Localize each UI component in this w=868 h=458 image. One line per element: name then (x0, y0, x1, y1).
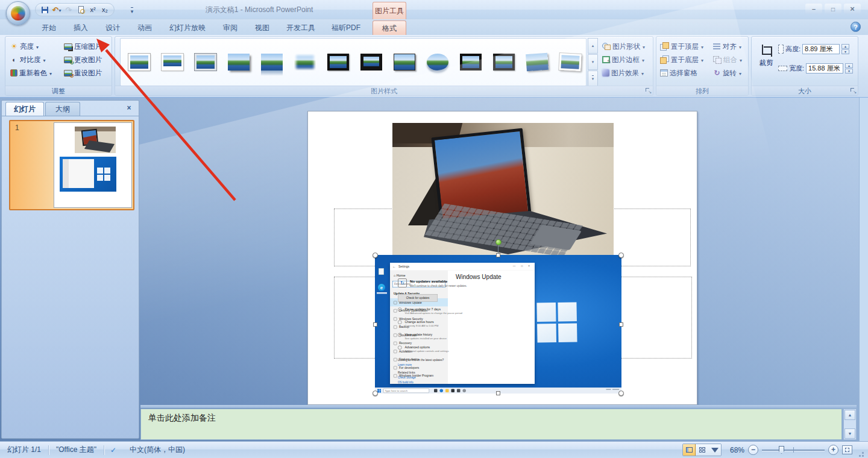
close-icon[interactable]: × (124, 104, 134, 113)
notes-scroll-down-button[interactable]: ▼ (844, 428, 855, 439)
settings-window-controls: — □ × (513, 265, 532, 268)
resize-handle-w[interactable] (373, 322, 377, 327)
notes-splitter[interactable] (140, 405, 857, 408)
tab-review[interactable]: 审阅 (215, 20, 245, 35)
picture-style-option[interactable] (354, 40, 388, 84)
resize-handle-nw[interactable] (373, 253, 378, 258)
picture-style-option[interactable] (255, 40, 288, 84)
resize-handle-s[interactable] (496, 391, 500, 395)
slide-thumbnail-selected[interactable]: 1 (9, 120, 134, 210)
rotate-button[interactable]: 旋转 (712, 67, 743, 79)
group-button[interactable]: 组合 (712, 54, 743, 66)
tab-slideshow[interactable]: 幻灯片放映 (162, 20, 213, 35)
tab-foxit-pdf[interactable]: 福昕PDF (324, 20, 368, 35)
zoom-in-button[interactable]: + (828, 445, 838, 455)
tab-insert[interactable]: 插入 (66, 20, 96, 35)
picture-style-option[interactable] (288, 40, 321, 84)
picture-style-option[interactable] (487, 40, 520, 84)
gallery-more-button[interactable] (588, 71, 598, 86)
bring-to-front-button[interactable]: 置于顶层 (659, 40, 705, 52)
resize-handle-e[interactable] (619, 322, 623, 327)
spin-up-icon[interactable] (845, 63, 853, 68)
resize-handle-n[interactable] (496, 253, 500, 257)
tab-animations[interactable]: 动画 (130, 20, 160, 35)
help-button[interactable]: ? (851, 22, 861, 32)
reset-picture-button[interactable]: 重设图片 (63, 67, 103, 79)
tab-outline[interactable]: 大纲 (45, 102, 80, 116)
crop-button[interactable]: 裁剪 (755, 42, 777, 81)
picture-style-option[interactable] (421, 40, 454, 84)
picture-style-option[interactable] (156, 40, 189, 84)
spin-up-icon[interactable] (841, 44, 849, 49)
active-hours-icon (398, 321, 402, 325)
recolor-button[interactable]: 重新着色 (9, 67, 53, 79)
picture-shape-button[interactable]: 图片形状 (601, 40, 646, 52)
tab-format[interactable]: 格式 (373, 20, 406, 35)
spin-down-icon[interactable] (841, 49, 849, 54)
send-to-back-button[interactable]: 置于底层 (659, 54, 705, 66)
dialog-launcher-icon[interactable] (849, 87, 857, 94)
dialog-launcher-icon[interactable] (644, 87, 652, 94)
tab-design[interactable]: 设计 (98, 20, 128, 35)
tab-view[interactable]: 视图 (247, 20, 277, 35)
tab-developer[interactable]: 开发工具 (279, 20, 322, 35)
close-button[interactable] (844, 4, 861, 14)
normal-view-button[interactable] (683, 444, 696, 456)
landscape-thumbnail (394, 54, 415, 70)
zoom-slider-thumb[interactable] (779, 446, 784, 454)
windows-screenshot-image[interactable]: e ← Settings — □ × ⌂ Home Update & Secur… (375, 255, 621, 394)
group-arrange: 置于顶层 置于底层 选择窗格 对齐 组合 旋转 排列 (656, 36, 749, 96)
resize-handle-ne[interactable] (618, 253, 624, 258)
fit-to-window-button[interactable] (842, 445, 852, 454)
spin-down-icon[interactable] (845, 69, 853, 74)
picture-style-option[interactable] (122, 40, 156, 84)
language-indicator[interactable]: 中文(简体，中国) (122, 445, 192, 455)
gallery-scroll-down-button[interactable] (588, 54, 598, 70)
picture-style-option[interactable] (321, 40, 354, 84)
picture-style-option[interactable] (520, 40, 553, 84)
height-field[interactable] (802, 44, 840, 54)
slide-sorter-button[interactable] (696, 444, 708, 456)
picture-style-option[interactable] (222, 40, 255, 84)
picture-border-button[interactable]: 图片边框 (601, 54, 646, 66)
compress-pictures-button[interactable]: 压缩图片 (63, 40, 103, 52)
brightness-button[interactable]: 亮度 (9, 40, 40, 52)
vertical-scrollbar[interactable] (859, 98, 868, 441)
laptop-photo[interactable] (392, 123, 614, 255)
tab-home[interactable]: 开始 (34, 20, 64, 35)
selection-pane-button[interactable]: 选择窗格 (659, 67, 699, 79)
task-view-icon (434, 389, 438, 393)
picture-effects-button[interactable]: 图片效果 (601, 67, 645, 79)
resize-grip[interactable] (856, 445, 864, 455)
change-picture-button[interactable]: 更改图片 (63, 54, 103, 66)
width-field[interactable] (806, 63, 843, 74)
picture-style-option[interactable] (454, 40, 487, 84)
rotate-handle[interactable] (495, 239, 502, 245)
zoom-out-button[interactable]: − (748, 445, 758, 455)
tab-slides[interactable]: 幻灯片 (5, 102, 44, 116)
zoom-slider[interactable] (762, 445, 825, 455)
align-button[interactable]: 对齐 (712, 40, 743, 52)
picture-style-option[interactable] (553, 40, 587, 84)
spellcheck-button[interactable] (104, 446, 122, 454)
minimize-button[interactable] (805, 4, 822, 14)
width-stepper[interactable] (845, 63, 853, 74)
maximize-button[interactable] (825, 4, 841, 14)
ribbon: 亮度 对比度 重新着色 压缩图片 更改图片 重设图片 调整 (0, 35, 868, 98)
office-button[interactable] (6, 1, 30, 25)
gallery-scroll-up-button[interactable] (588, 38, 598, 54)
slide-thumbnail[interactable] (54, 122, 132, 208)
notes-scroll-up-button[interactable]: ▲ (844, 410, 855, 420)
notes-pane[interactable]: 单击此处添加备注 (140, 409, 842, 440)
theme-indicator[interactable]: "Office 主题" (49, 445, 104, 455)
zoom-level[interactable]: 68% (725, 446, 744, 454)
contrast-button[interactable]: 对比度 (9, 54, 47, 66)
picture-style-option[interactable] (388, 40, 421, 84)
resize-handle-sw[interactable] (373, 391, 378, 396)
height-stepper[interactable] (841, 44, 849, 54)
slideshow-button[interactable] (708, 444, 721, 456)
picture-style-option[interactable] (189, 40, 222, 84)
slide-indicator[interactable]: 幻灯片 1/1 (0, 445, 48, 455)
slide-canvas[interactable]: e ← Settings — □ × ⌂ Home Update & Secur… (307, 111, 697, 405)
resize-handle-se[interactable] (618, 391, 624, 396)
